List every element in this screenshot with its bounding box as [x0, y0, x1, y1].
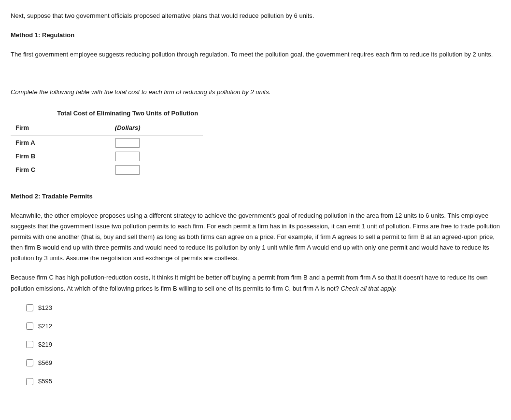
option-checkbox-4[interactable] [26, 359, 33, 366]
option-item: $212 [26, 321, 500, 332]
table-row: Firm A [11, 136, 203, 150]
firm-a-input[interactable] [115, 138, 140, 148]
option-item: $569 [26, 358, 500, 368]
question-text: Because firm C has high pollution-reduct… [11, 274, 488, 292]
table-prompt: Complete the following table with the to… [11, 87, 500, 98]
option-checkbox-3[interactable] [26, 341, 33, 348]
firm-c-input[interactable] [115, 165, 140, 175]
row-label: Firm A [11, 136, 52, 150]
option-label: $212 [38, 321, 52, 332]
option-item: $219 [26, 339, 500, 350]
option-item: $123 [26, 303, 500, 313]
option-checkbox-2[interactable] [26, 322, 33, 330]
option-checkbox-5[interactable] [26, 378, 33, 385]
method2-title: Method 2: Tradable Permits [11, 191, 500, 202]
row-label: Firm B [11, 150, 52, 163]
checkbox-list: $123 $212 $219 $569 $595 [26, 303, 500, 387]
option-item: $595 [26, 376, 500, 387]
method2-desc: Meanwhile, the other employee proposes u… [11, 210, 500, 264]
table-row: Firm C [11, 163, 203, 177]
option-label: $219 [38, 339, 52, 350]
col1-header: Firm [11, 121, 52, 136]
cost-table: Total Cost of Eliminating Two Units of P… [11, 106, 203, 176]
table-row: Firm B [11, 150, 203, 163]
option-label: $569 [38, 358, 52, 368]
method2-question: Because firm C has high pollution-reduct… [11, 272, 500, 294]
intro-text: Next, suppose that two government offici… [11, 11, 500, 21]
question-hint: Check all that apply. [341, 285, 397, 292]
method1-desc: The first government employee suggests r… [11, 49, 500, 60]
row-label: Firm C [11, 163, 52, 177]
option-label: $123 [38, 303, 52, 313]
firm-b-input[interactable] [115, 152, 140, 161]
col2-header-main: Total Cost of Eliminating Two Units of P… [52, 106, 203, 121]
option-checkbox-1[interactable] [26, 304, 33, 311]
col2-header-sub: (Dollars) [52, 121, 203, 136]
option-label: $595 [38, 376, 52, 387]
method1-title: Method 1: Regulation [11, 30, 500, 41]
